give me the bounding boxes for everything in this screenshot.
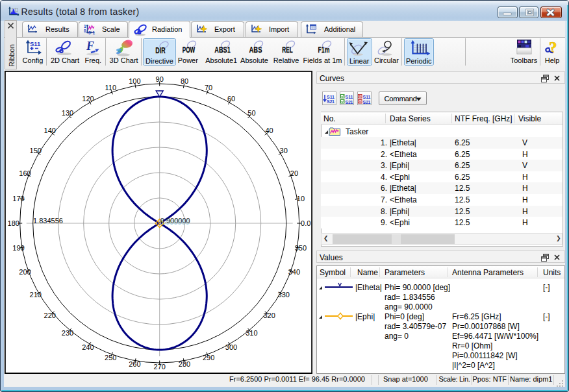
svg-text:10: 10 (297, 195, 305, 202)
svg-text:60: 60 (227, 95, 235, 103)
svg-text:0.0: 0.0 (301, 219, 310, 227)
svg-text:250: 250 (105, 354, 116, 361)
svg-text:300: 300 (225, 343, 237, 351)
svg-text:ABS: ABS (249, 45, 262, 55)
svg-text:240: 240 (82, 343, 94, 351)
svg-text:150: 150 (30, 147, 42, 154)
svg-text:210: 210 (30, 291, 42, 299)
svg-text:S21: S21 (346, 100, 353, 104)
svg-text:140: 140 (44, 127, 56, 134)
svg-text:270: 270 (154, 363, 166, 371)
svg-text:340: 340 (288, 268, 300, 276)
svg-text:ABS1: ABS1 (214, 45, 231, 55)
svg-text:130: 130 (62, 109, 73, 117)
svg-text:1: 1 (93, 31, 95, 34)
svg-text:310: 310 (246, 329, 257, 337)
svg-text:40: 40 (265, 127, 273, 134)
svg-text:80: 80 (181, 77, 188, 85)
svg-text:0: 0 (88, 31, 91, 34)
svg-text:90: 90 (156, 75, 164, 83)
svg-text:DIR: DIR (155, 46, 166, 55)
svg-text:110: 110 (105, 84, 117, 92)
svg-text:0: 0 (84, 29, 86, 33)
svg-text:REL: REL (282, 45, 293, 55)
svg-text:220: 220 (44, 312, 56, 319)
svg-text:120: 120 (82, 95, 94, 103)
svg-text:POW: POW (183, 45, 196, 55)
svg-text:70: 70 (205, 84, 212, 92)
svg-text:170: 170 (12, 195, 24, 202)
svg-text:200: 200 (19, 268, 31, 276)
svg-text:160: 160 (19, 169, 31, 177)
svg-text:260: 260 (129, 360, 140, 368)
svg-text:S21: S21 (363, 100, 371, 104)
svg-text:30: 30 (280, 147, 288, 154)
svg-text:100: 100 (129, 77, 140, 85)
svg-text:S21: S21 (327, 99, 335, 104)
svg-text:190: 190 (12, 244, 24, 252)
svg-text:230: 230 (62, 329, 73, 337)
svg-text:50: 50 (247, 109, 255, 117)
svg-text:F1m: F1m (318, 45, 329, 55)
svg-text:320: 320 (263, 312, 275, 319)
svg-text:20: 20 (290, 169, 298, 177)
svg-text:1.834556: 1.834556 (33, 217, 63, 225)
svg-text:F: F (86, 40, 94, 53)
svg-text:S11: S11 (30, 40, 41, 47)
svg-text:0.900000: 0.900000 (160, 217, 190, 225)
svg-text:S11: S11 (327, 95, 335, 99)
svg-text:180: 180 (8, 219, 19, 227)
svg-text:280: 280 (179, 360, 190, 368)
svg-text:330: 330 (278, 291, 290, 299)
svg-text:290: 290 (203, 354, 214, 361)
svg-text:S11: S11 (363, 95, 371, 99)
svg-text:350: 350 (295, 244, 307, 252)
svg-text:S11: S11 (346, 95, 353, 99)
